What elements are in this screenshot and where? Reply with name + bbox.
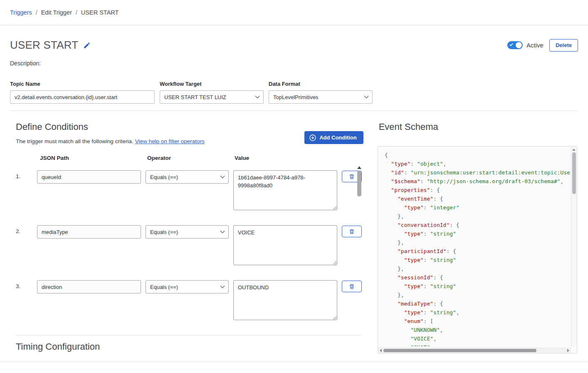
schema-code: { "type": "object", "id": "urn:jsonschem… (385, 151, 570, 346)
define-conditions-section: Define Conditions The trigger must match… (10, 111, 370, 352)
breadcrumb: Triggers / Edit Trigger / USER START (0, 0, 588, 25)
trash-icon (349, 229, 355, 235)
criteria-text: The trigger must match all the following… (16, 138, 133, 144)
chevron-down-icon (220, 175, 225, 179)
workflow-target-label: Workflow Target (160, 81, 264, 87)
breadcrumb-separator: / (76, 9, 77, 16)
trash-icon (349, 283, 355, 290)
scroll-up-arrow-icon[interactable] (357, 166, 361, 169)
chevron-down-icon (220, 285, 225, 288)
add-condition-label: Add Condition (319, 134, 357, 141)
timing-divider (16, 335, 362, 336)
row-number: 2. (16, 225, 32, 234)
operator-select[interactable]: Equals (==) (146, 170, 229, 184)
topic-name-input[interactable] (10, 90, 155, 104)
scroll-right-arrow-icon[interactable] (567, 349, 569, 352)
value-textarea[interactable]: 1b61daee-8997-4784-a978-9998a80f8ad0 (233, 170, 337, 210)
conditions-header-row: JSON Path Operator Value (16, 155, 370, 161)
json-path-column-header: JSON Path (37, 155, 141, 161)
description-label: Description: (10, 60, 578, 67)
schema-horizontal-scrollbar[interactable] (378, 348, 571, 353)
delete-button[interactable]: Delete (549, 39, 578, 52)
operator-value: Equals (==) (150, 229, 220, 235)
value-textarea[interactable]: OUTBOUND (233, 280, 337, 320)
operator-value: Equals (==) (150, 284, 220, 290)
conditions-scrollbar[interactable] (357, 166, 362, 373)
operator-value: Equals (==) (150, 174, 220, 180)
workflow-target-value: USER START TEST LUIZ (164, 94, 255, 100)
json-path-input[interactable] (37, 225, 141, 239)
value-column-header: Value (233, 155, 337, 161)
workflow-target-select[interactable]: USER START TEST LUIZ (160, 90, 264, 104)
data-format-value: TopLevelPrimitives (273, 94, 364, 100)
filter-operators-help-link[interactable]: View help on filter operators (135, 138, 205, 144)
json-path-input[interactable] (37, 280, 141, 293)
add-condition-button[interactable]: Add Condition (304, 131, 363, 144)
data-format-field-group: Data Format TopLevelPrimitives (269, 81, 373, 104)
triggers-edit-page: Triggers / Edit Trigger / USER START USE… (0, 0, 588, 373)
event-schema-heading: Event Schema (379, 121, 578, 133)
topic-name-label: Topic Name (10, 81, 155, 87)
topic-name-field-group: Topic Name (10, 81, 155, 104)
event-schema-panel: { "type": "object", "id": "urn:jsonschem… (378, 146, 577, 353)
scroll-up-arrow-icon[interactable] (572, 149, 576, 151)
timing-configuration-heading: Timing Configuration (16, 341, 370, 352)
breadcrumb-triggers-link[interactable]: Triggers (10, 9, 32, 16)
value-textarea[interactable]: VOICE (233, 225, 337, 265)
breadcrumb-separator: / (36, 9, 37, 16)
scrollbar-thumb[interactable] (357, 171, 361, 196)
active-toggle[interactable] (507, 41, 523, 49)
breadcrumb-edit-trigger: Edit Trigger (41, 9, 72, 16)
trigger-form: Topic Name Workflow Target USER START TE… (10, 81, 578, 104)
condition-row: 3. Equals (==) OUTBOUND (16, 280, 370, 320)
operator-column-header: Operator (146, 155, 229, 161)
scrollbar-thumb[interactable] (383, 349, 536, 352)
page-header: USER START Active Delete (10, 39, 578, 52)
condition-row: 2. Equals (==) VOICE (16, 225, 370, 265)
scrollbar-thumb[interactable] (572, 152, 576, 194)
plus-circle-icon (309, 134, 316, 141)
row-number: 1. (16, 170, 32, 179)
event-schema-section: Event Schema { "type": "object", "id": "… (370, 111, 578, 353)
toggle-knob (516, 42, 522, 48)
operator-select[interactable]: Equals (==) (146, 225, 229, 239)
chevron-down-icon (364, 95, 369, 99)
condition-row: 1. Equals (==) 1b61daee-8997-4784-a978-9… (16, 170, 370, 210)
scroll-left-arrow-icon[interactable] (380, 349, 382, 352)
active-label: Active (526, 42, 544, 49)
edit-title-icon[interactable] (83, 42, 91, 49)
page-bottom-divider (0, 362, 588, 362)
breadcrumb-current: USER START (81, 9, 119, 16)
row-number: 3. (16, 280, 32, 289)
page-title: USER START (10, 39, 78, 52)
chevron-down-icon (255, 95, 260, 99)
workflow-target-field-group: Workflow Target USER START TEST LUIZ (160, 81, 264, 104)
schema-vertical-scrollbar[interactable] (571, 147, 577, 348)
data-format-label: Data Format (269, 81, 373, 87)
data-format-select[interactable]: TopLevelPrimitives (269, 90, 373, 104)
json-path-input[interactable] (37, 170, 141, 184)
operator-select[interactable]: Equals (==) (146, 280, 229, 293)
trash-icon (349, 174, 355, 180)
chevron-down-icon (220, 230, 225, 234)
